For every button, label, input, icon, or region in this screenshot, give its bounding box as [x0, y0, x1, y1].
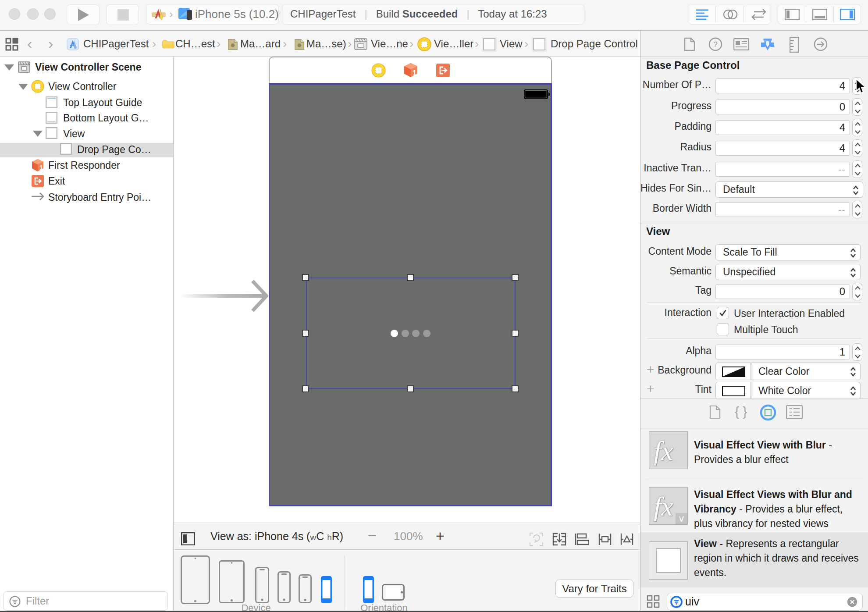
svg-text:1: 1: [413, 69, 416, 77]
svg-text:1: 1: [39, 164, 43, 171]
svg-text:?: ?: [713, 40, 717, 49]
